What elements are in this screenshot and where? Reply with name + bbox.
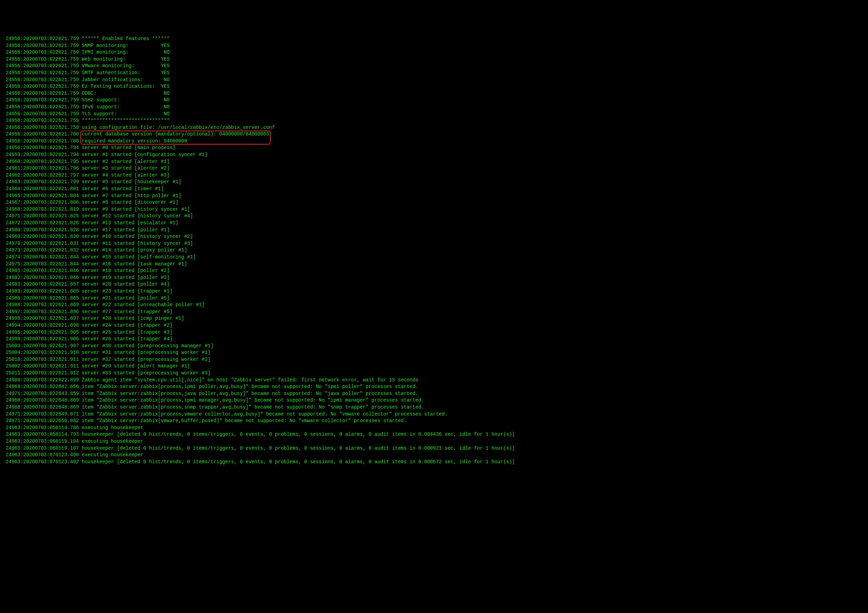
log-text: SNMP monitoring: YES xyxy=(82,43,170,48)
log-prefix: 25003:20200703:022621.907 xyxy=(3,343,82,349)
log-prefix: 24969:20200703:022621.830 xyxy=(3,234,82,239)
log-line: 25003:20200703:022621.907 server #30 sta… xyxy=(3,343,865,350)
log-prefix: 24956:20200703:022621.780 xyxy=(3,138,82,144)
log-line: 24956:20200703:022621.759 IPv6 support: … xyxy=(3,104,865,111)
log-line: 24969:20200703:022621.830 server #10 sta… xyxy=(3,233,865,240)
log-text: item "Zabbix server:zabbix[process,snmp … xyxy=(82,404,424,410)
log-prefix: 25004:20200703:022621.910 xyxy=(3,350,82,355)
log-text: item "Zabbix server:zabbix[process,java … xyxy=(82,391,418,396)
log-line: 24956:20200703:022621.759 VMware monitor… xyxy=(3,63,865,70)
log-line: 24956:20200703:022621.759 IPMI monitorin… xyxy=(3,49,865,56)
log-line: 24962:20200703:022621.797 server #4 star… xyxy=(3,172,865,179)
log-line: 24956:20200703:022621.759 SSH2 support: … xyxy=(3,97,865,104)
log-prefix: 24956:20200703:022621.759 xyxy=(3,43,82,48)
log-line: 24986:20200703:022621.865 server #21 sta… xyxy=(3,295,865,302)
log-line: 24981:20200703:022621.846 server #18 sta… xyxy=(3,268,865,274)
log-prefix: 24956:20200703:022621.759 xyxy=(3,91,82,96)
log-prefix: 24996:20200703:022621.906 xyxy=(3,336,82,342)
log-text: server #0 started [main process] xyxy=(82,145,175,150)
log-prefix: 24959:20200703:022621.794 xyxy=(3,152,82,158)
log-line: 24971:20200703:022643.859 item "Zabbix s… xyxy=(3,390,865,398)
log-prefix: 24960:20200703:022621.795 xyxy=(3,159,82,164)
log-line: 24996:20200703:022621.906 server #26 sta… xyxy=(3,336,865,343)
log-text: server #17 started [poller #1] xyxy=(82,227,170,233)
log-prefix: 24975:20200703:022621.844 xyxy=(3,261,82,267)
log-text: SMTP authentication: YES xyxy=(82,70,170,76)
log-line: 25010:20200703:022621.911 server #32 sta… xyxy=(3,356,865,363)
log-prefix: 24971:20200703:022649.871 xyxy=(3,411,82,417)
log-text: server #20 started [poller #4] xyxy=(82,282,170,287)
log-prefix: 24973:20200703:022621.832 xyxy=(3,247,82,253)
log-text: server #10 started [history syncer #2] xyxy=(82,234,193,239)
log-line: 24956:20200703:022621.759 SNMP monitorin… xyxy=(3,42,865,50)
log-text: Zabbix agent item "system.cpu.util[,nice… xyxy=(82,377,418,383)
terminal-output: 24956:20200703:022621.759 ****** Enabled… xyxy=(0,34,868,467)
log-text: server #11 started [history syncer #3] xyxy=(82,241,193,246)
log-prefix: 24967:20200703:022621.806 xyxy=(3,200,82,205)
log-text: server #23 started [trapper #1] xyxy=(82,288,172,294)
log-prefix: 24982:20200703:022621.846 xyxy=(3,275,82,280)
log-line: 24971:20200703:022649.871 item "Zabbix s… xyxy=(3,411,865,418)
log-line: 24956:20200703:022621.780 current databa… xyxy=(3,131,865,138)
log-line: 24963:20200703:022621.799 server #5 star… xyxy=(3,179,865,186)
log-prefix: 24956:20200703:022621.759 xyxy=(3,104,82,110)
log-prefix: 24971:20200703:022656.882 xyxy=(3,418,82,424)
log-prefix: 24956:20200703:022621.759 xyxy=(3,84,82,89)
log-line: 24960:20200703:022621.795 server #2 star… xyxy=(3,158,865,166)
log-text: housekeeper [deleted 0 hist/trends, 0 it… xyxy=(82,446,515,451)
log-line: 24982:20200703:022621.846 server #19 sta… xyxy=(3,274,865,282)
log-text: server #18 started [poller #2] xyxy=(82,268,170,273)
log-prefix: 24963:20200703:050114.793 xyxy=(3,432,82,437)
log-text: Jabber notifications: NO xyxy=(82,77,170,82)
log-text: using configuration file: /usr/local/zab… xyxy=(82,125,275,130)
log-line: 24997:20200703:022621.896 server #27 sta… xyxy=(3,309,865,316)
log-text: Web monitoring: YES xyxy=(82,56,170,62)
log-text: server #21 started [poller #5] xyxy=(82,296,170,301)
log-line: 24956:20200703:022621.759 ****** Enabled… xyxy=(3,36,865,42)
log-line: 24956:20200703:022621.794 server #0 star… xyxy=(3,144,865,152)
log-text: server #29 started [alert manager #1] xyxy=(82,363,190,369)
log-prefix: 24994:20200703:022621.898 xyxy=(3,322,82,328)
log-line: 24994:20200703:022621.898 server #24 sta… xyxy=(3,322,865,329)
log-prefix: 24961:20200703:022621.796 xyxy=(3,166,82,171)
log-text: item "Zabbix server:zabbix[vmware,buffer… xyxy=(82,418,407,424)
log-text: executing housekeeper xyxy=(82,452,143,458)
log-line: 24956:20200703:022621.759 using configur… xyxy=(3,124,865,131)
log-text: server #26 started [trapper #4] xyxy=(82,336,172,342)
log-line: 24988:20200703:022621.869 server #22 sta… xyxy=(3,302,865,309)
log-line: 25002:20200703:022621.911 server #29 sta… xyxy=(3,363,865,370)
log-prefix: 24956:20200703:022621.759 xyxy=(3,77,82,82)
log-prefix: 24986:20200703:022621.865 xyxy=(3,296,82,301)
log-text: item "Zabbix server:zabbix[process,ipmi … xyxy=(82,398,424,403)
log-prefix: 24956:20200703:022621.759 xyxy=(3,97,82,103)
log-prefix: 24963:20200703:022621.799 xyxy=(3,179,82,184)
log-line: 24956:20200703:022621.759 Jabber notific… xyxy=(3,77,865,84)
log-text: SSH2 support: NO xyxy=(82,97,170,103)
log-line: 24973:20200703:022621.832 server #14 sta… xyxy=(3,247,865,254)
log-text: required mandatory version: 04000000 xyxy=(82,138,187,144)
log-prefix: 24964:20200703:022621.801 xyxy=(3,186,82,192)
log-prefix: 24989:20200703:022621.865 xyxy=(3,288,82,294)
log-prefix: 24956:20200703:022621.759 xyxy=(3,56,82,62)
log-text: server #25 started [trapper #3] xyxy=(82,330,172,335)
log-prefix: 24963:20200703:060119.107 xyxy=(3,446,82,451)
log-line: 25004:20200703:022621.910 server #31 sta… xyxy=(3,349,865,356)
log-text: server #12 started [history syncer #4] xyxy=(82,213,193,219)
log-text: server #19 started [poller #3] xyxy=(82,275,170,280)
log-prefix: 24963:20200703:070123.400 xyxy=(3,452,82,458)
log-text: executing housekeeper xyxy=(82,438,143,444)
log-line: 24999:20200703:022621.897 server #28 sta… xyxy=(3,315,865,322)
log-line: 24963:20200703:070123.400 executing hous… xyxy=(3,452,865,459)
log-line: 24970:20200703:022621.831 server #11 sta… xyxy=(3,240,865,247)
log-prefix: 24956:20200703:022621.759 xyxy=(3,118,82,123)
log-text: server #22 started [unreachable poller #… xyxy=(82,302,205,308)
log-line: 24956:20200703:022621.759 ODBC: NO xyxy=(3,90,865,97)
log-prefix: 24965:20200703:022621.804 xyxy=(3,193,82,198)
log-prefix: 24968:20200703:022648.869 xyxy=(3,398,82,403)
log-line: 24968:20200703:022648.869 item "Zabbix s… xyxy=(3,404,865,411)
log-line: 24989:20200703:022621.865 server #23 sta… xyxy=(3,288,865,295)
log-line: 24974:20200703:022621.844 server #15 sta… xyxy=(3,254,865,261)
log-text: server #4 started [alerter #3] xyxy=(82,172,170,178)
log-text: server #28 started [icmp pinger #1] xyxy=(82,316,184,321)
log-line: 24956:20200703:022621.759 Web monitoring… xyxy=(3,56,865,63)
